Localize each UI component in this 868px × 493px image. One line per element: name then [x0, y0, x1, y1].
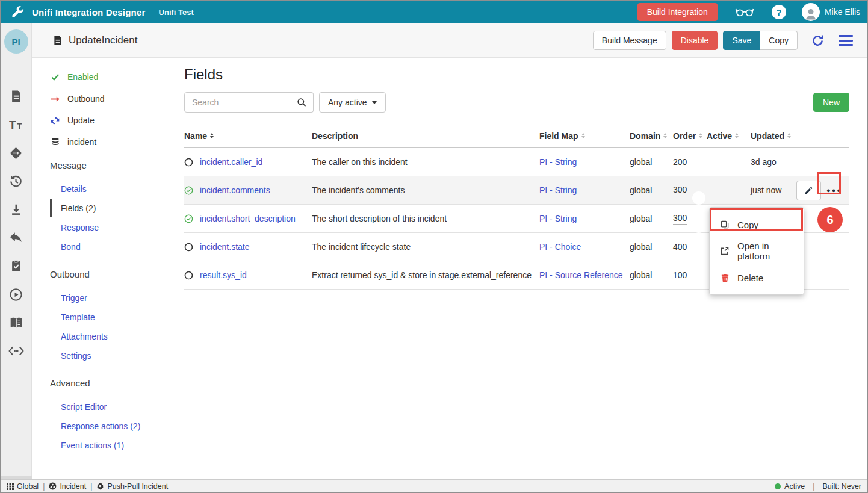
status-built-label: Built: Never	[822, 482, 861, 491]
statusbar-item-global[interactable]: Global	[7, 482, 39, 491]
top-navbar: Unifi Integration Designer Unifi Test Bu…	[1, 1, 867, 23]
user-menu[interactable]: Mike Ellis	[802, 3, 860, 21]
field-order[interactable]: 300	[673, 213, 687, 225]
app-title: Unifi Integration Designer	[32, 7, 146, 17]
wrench-logo-icon	[10, 4, 26, 20]
new-field-button[interactable]: New	[813, 93, 849, 112]
record-header: UpdateIncident Build Message Disable Sav…	[32, 23, 867, 58]
field-name-link[interactable]: result.sys_id	[200, 270, 247, 280]
rail-task-check-icon[interactable]	[8, 258, 25, 274]
sidebar-item-response[interactable]: Response	[50, 219, 166, 237]
field-order: 400	[673, 242, 687, 252]
column-header-description: Description	[312, 131, 539, 141]
column-header-name[interactable]: Name	[184, 131, 312, 141]
field-map-link[interactable]: PI - Choice	[539, 242, 581, 252]
rail-book-icon[interactable]	[8, 314, 25, 331]
integration-avatar[interactable]: PI	[4, 29, 28, 54]
field-map-link[interactable]: PI - Source Reference	[539, 270, 623, 280]
sidebar-item-update[interactable]: Update	[50, 116, 166, 125]
field-order[interactable]: 300	[673, 185, 687, 196]
record-title: UpdateIncident	[69, 34, 137, 46]
nav-section-message: Message	[50, 160, 166, 170]
message-document-icon	[52, 35, 63, 46]
field-order: 200	[673, 157, 687, 167]
svg-text:T: T	[17, 122, 22, 131]
sidebar-item-response-actions-2-[interactable]: Response actions (2)	[50, 417, 166, 435]
statusbar-item-push-pull-incident[interactable]: Push-Pull Incident	[96, 482, 168, 491]
more-actions-button[interactable]: ●●●	[824, 181, 845, 200]
statusbar-item-incident[interactable]: Incident	[49, 482, 86, 491]
menu-item-delete[interactable]: Delete	[710, 264, 804, 291]
sidebar-item-script-editor[interactable]: Script Editor	[50, 398, 166, 416]
field-map-link[interactable]: PI - String	[539, 157, 577, 167]
status-bar: Global|Incident|Push-Pull Incident Activ…	[1, 479, 867, 492]
save-button[interactable]: Save	[723, 31, 760, 50]
arrow-right-icon	[50, 94, 60, 104]
sidebar-item-incident[interactable]: incident	[50, 137, 166, 147]
rail-directions-icon[interactable]	[8, 144, 25, 161]
user-avatar-icon	[802, 3, 820, 21]
icon-rail: PI TT	[1, 23, 32, 479]
menu-hamburger-icon[interactable]	[839, 35, 853, 46]
rail-reply-icon[interactable]	[8, 229, 25, 246]
active-filter-dropdown[interactable]: Any active	[319, 92, 386, 113]
copy-record-button[interactable]: Copy	[760, 31, 798, 50]
rail-download-icon[interactable]	[8, 201, 25, 218]
help-icon[interactable]: ?	[772, 5, 786, 19]
field-domain: global	[630, 157, 673, 167]
sidebar-item-fields-2-[interactable]: Fields (2)	[50, 199, 166, 217]
sidebar-item-details[interactable]: Details	[50, 180, 166, 198]
inactive-circle-icon	[184, 271, 193, 280]
rail-play-circle-icon[interactable]	[8, 286, 25, 303]
disable-button[interactable]: Disable	[672, 31, 718, 50]
field-map-link[interactable]: PI - String	[539, 185, 577, 195]
column-header-field-map[interactable]: Field Map	[539, 131, 630, 141]
column-header-order[interactable]: Order	[673, 131, 707, 141]
rail-history-icon[interactable]	[8, 173, 25, 190]
build-integration-button[interactable]: Build Integration	[637, 3, 718, 21]
app-window: Unifi Integration Designer Unifi Test Bu…	[0, 0, 868, 493]
refresh-icon[interactable]	[811, 34, 824, 47]
sidebar-item-settings[interactable]: Settings	[50, 347, 166, 365]
field-domain: global	[630, 214, 673, 223]
field-name-link[interactable]: incident.short_description	[200, 214, 296, 223]
sidebar-item-enabled[interactable]: Enabled	[50, 72, 166, 82]
field-name-link[interactable]: incident.comments	[200, 185, 270, 195]
list-controls: Any active New	[184, 92, 849, 113]
field-domain: global	[630, 185, 673, 195]
preview-glasses-icon[interactable]	[734, 6, 755, 18]
active-check-circle-icon	[184, 214, 193, 223]
search-button[interactable]	[290, 92, 314, 113]
app-subtitle: Unifi Test	[159, 8, 194, 17]
table-row: incident.commentsThe incident's comments…	[184, 176, 849, 205]
search-input[interactable]	[184, 92, 290, 113]
sidebar-item-event-actions-1-[interactable]: Event actions (1)	[50, 436, 166, 454]
sidebar-item-outbound[interactable]: Outbound	[50, 94, 166, 104]
column-header-domain[interactable]: Domain	[630, 131, 673, 141]
edit-field-button[interactable]	[796, 181, 821, 200]
rail-document-icon[interactable]	[8, 88, 25, 105]
open-external-icon	[720, 246, 730, 256]
check-icon	[50, 72, 60, 82]
sidebar-item-trigger[interactable]: Trigger	[50, 289, 166, 307]
build-message-button[interactable]: Build Message	[593, 31, 666, 50]
menu-item-copy[interactable]: Copy	[710, 211, 804, 238]
field-name-link[interactable]: incident.caller_id	[200, 157, 262, 167]
menu-item-open-in-platform[interactable]: Open in platform	[710, 238, 804, 264]
sidebar-item-attachments[interactable]: Attachments	[50, 327, 166, 346]
field-map-link[interactable]: PI - String	[539, 214, 577, 223]
field-name-link[interactable]: incident.state	[200, 242, 250, 252]
column-header-active[interactable]: Active	[707, 131, 751, 141]
sort-icon	[210, 133, 214, 138]
page-title: Fields	[184, 66, 849, 83]
rail-code-icon[interactable]	[8, 343, 25, 359]
row-context-menu: CopyOpen in platformDelete	[709, 207, 804, 295]
field-description: The caller on this incident	[312, 157, 539, 167]
column-header-updated[interactable]: Updated	[751, 131, 796, 141]
copy-icon	[720, 220, 730, 229]
sidebar-item-bond[interactable]: Bond	[50, 238, 166, 256]
rail-text-icon[interactable]: TT	[8, 116, 25, 133]
sidebar-item-template[interactable]: Template	[50, 308, 166, 326]
inactive-circle-icon	[184, 243, 193, 252]
status-dot-icon	[775, 483, 781, 489]
